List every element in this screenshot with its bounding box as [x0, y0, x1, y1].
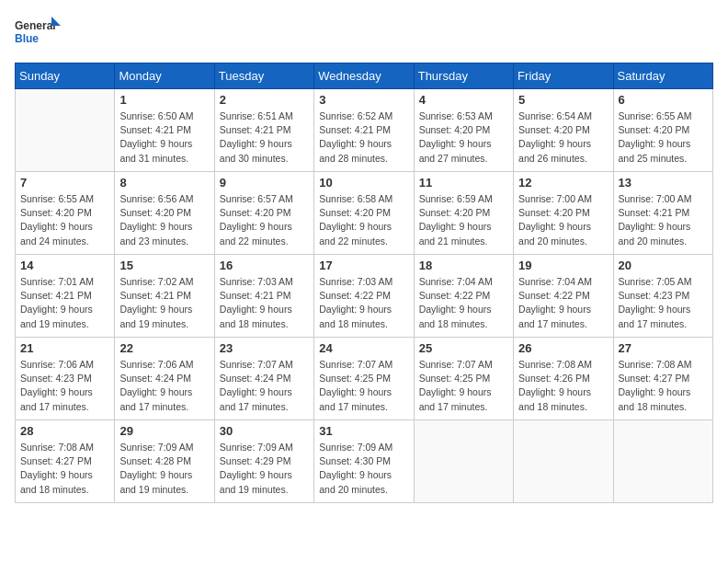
day-number: 6: [619, 93, 708, 107]
calendar-cell: 31Sunrise: 7:09 AMSunset: 4:30 PMDayligh…: [314, 420, 414, 503]
calendar-cell: 23Sunrise: 7:07 AMSunset: 4:24 PMDayligh…: [214, 338, 313, 420]
svg-marker-2: [51, 17, 61, 26]
calendar-cell: 5Sunrise: 6:54 AMSunset: 4:20 PMDaylight…: [514, 89, 613, 172]
day-number: 31: [319, 424, 408, 438]
day-number: 12: [518, 176, 608, 190]
day-info: Sunrise: 7:08 AMSunset: 4:27 PMDaylight:…: [619, 358, 708, 414]
calendar-cell: 2Sunrise: 6:51 AMSunset: 4:21 PMDaylight…: [214, 89, 313, 172]
day-number: 24: [319, 341, 408, 355]
weekday-header-row: SundayMondayTuesdayWednesdayThursdayFrid…: [16, 63, 713, 89]
day-info: Sunrise: 6:51 AMSunset: 4:21 PMDaylight:…: [220, 109, 309, 166]
day-number: 10: [319, 176, 408, 190]
day-number: 20: [619, 259, 708, 272]
calendar-cell: 4Sunrise: 6:53 AMSunset: 4:20 PMDaylight…: [414, 89, 513, 172]
calendar-cell: 6Sunrise: 6:55 AMSunset: 4:20 PMDaylight…: [613, 89, 712, 172]
day-info: Sunrise: 7:07 AMSunset: 4:24 PMDaylight:…: [220, 358, 309, 414]
day-number: 28: [20, 424, 109, 438]
day-number: 11: [419, 176, 508, 190]
day-number: 3: [319, 93, 408, 107]
day-info: Sunrise: 6:58 AMSunset: 4:20 PMDaylight:…: [319, 192, 408, 248]
day-number: 2: [220, 93, 309, 107]
day-info: Sunrise: 7:06 AMSunset: 4:23 PMDaylight:…: [20, 358, 109, 414]
calendar-cell: 25Sunrise: 7:07 AMSunset: 4:25 PMDayligh…: [414, 338, 513, 420]
calendar-cell: 9Sunrise: 6:57 AMSunset: 4:20 PMDaylight…: [214, 172, 313, 255]
day-number: 13: [619, 176, 708, 190]
calendar-cell: 28Sunrise: 7:08 AMSunset: 4:27 PMDayligh…: [16, 420, 115, 503]
day-number: 21: [20, 341, 109, 355]
day-number: 22: [119, 341, 209, 355]
day-info: Sunrise: 7:03 AMSunset: 4:22 PMDaylight:…: [319, 275, 408, 331]
day-info: Sunrise: 6:54 AMSunset: 4:20 PMDaylight:…: [518, 109, 608, 166]
day-info: Sunrise: 7:08 AMSunset: 4:27 PMDaylight:…: [20, 441, 109, 497]
calendar-cell: 21Sunrise: 7:06 AMSunset: 4:23 PMDayligh…: [16, 338, 115, 420]
day-info: Sunrise: 6:57 AMSunset: 4:20 PMDaylight:…: [220, 192, 309, 248]
calendar-cell: 16Sunrise: 7:03 AMSunset: 4:21 PMDayligh…: [214, 255, 313, 338]
calendar-cell: 18Sunrise: 7:04 AMSunset: 4:22 PMDayligh…: [414, 255, 513, 338]
day-number: 7: [20, 176, 109, 190]
calendar-cell: 1Sunrise: 6:50 AMSunset: 4:21 PMDaylight…: [115, 89, 214, 172]
day-info: Sunrise: 7:02 AMSunset: 4:21 PMDaylight:…: [119, 275, 209, 331]
calendar-cell: 11Sunrise: 6:59 AMSunset: 4:20 PMDayligh…: [414, 172, 513, 255]
week-row-3: 14Sunrise: 7:01 AMSunset: 4:21 PMDayligh…: [16, 255, 713, 338]
day-number: 4: [419, 93, 508, 107]
day-info: Sunrise: 7:09 AMSunset: 4:29 PMDaylight:…: [220, 441, 309, 497]
calendar-cell: 8Sunrise: 6:56 AMSunset: 4:20 PMDaylight…: [115, 172, 214, 255]
day-number: 16: [220, 259, 309, 272]
day-info: Sunrise: 6:56 AMSunset: 4:20 PMDaylight:…: [119, 192, 209, 248]
calendar-cell: 7Sunrise: 6:55 AMSunset: 4:20 PMDaylight…: [16, 172, 115, 255]
calendar-cell: [16, 89, 115, 172]
svg-text:General: General: [15, 19, 56, 32]
day-number: 15: [119, 259, 209, 272]
week-row-1: 1Sunrise: 6:50 AMSunset: 4:21 PMDaylight…: [16, 89, 713, 172]
calendar-cell: 14Sunrise: 7:01 AMSunset: 4:21 PMDayligh…: [16, 255, 115, 338]
weekday-header-saturday: Saturday: [613, 63, 712, 89]
day-info: Sunrise: 7:04 AMSunset: 4:22 PMDaylight:…: [518, 275, 608, 331]
weekday-header-friday: Friday: [514, 63, 613, 89]
day-number: 14: [20, 259, 109, 272]
calendar-cell: 26Sunrise: 7:08 AMSunset: 4:26 PMDayligh…: [514, 338, 613, 420]
day-number: 26: [518, 341, 608, 355]
day-info: Sunrise: 6:55 AMSunset: 4:20 PMDaylight:…: [619, 109, 708, 166]
day-info: Sunrise: 7:04 AMSunset: 4:22 PMDaylight:…: [419, 275, 508, 331]
calendar-cell: [613, 420, 712, 503]
day-number: 29: [119, 424, 209, 438]
day-info: Sunrise: 6:55 AMSunset: 4:20 PMDaylight:…: [20, 192, 109, 248]
weekday-header-wednesday: Wednesday: [314, 63, 414, 89]
weekday-header-tuesday: Tuesday: [214, 63, 313, 89]
day-number: 1: [119, 93, 209, 107]
calendar-cell: 22Sunrise: 7:06 AMSunset: 4:24 PMDayligh…: [115, 338, 214, 420]
weekday-header-thursday: Thursday: [414, 63, 513, 89]
calendar-cell: 3Sunrise: 6:52 AMSunset: 4:21 PMDaylight…: [314, 89, 414, 172]
day-info: Sunrise: 7:08 AMSunset: 4:26 PMDaylight:…: [518, 358, 608, 414]
day-number: 18: [419, 259, 508, 272]
day-info: Sunrise: 6:52 AMSunset: 4:21 PMDaylight:…: [319, 109, 408, 166]
day-number: 17: [319, 259, 408, 272]
day-info: Sunrise: 7:03 AMSunset: 4:21 PMDaylight:…: [220, 275, 309, 331]
calendar-cell: 15Sunrise: 7:02 AMSunset: 4:21 PMDayligh…: [115, 255, 214, 338]
day-info: Sunrise: 6:50 AMSunset: 4:21 PMDaylight:…: [119, 109, 209, 166]
calendar-cell: 30Sunrise: 7:09 AMSunset: 4:29 PMDayligh…: [214, 420, 313, 503]
calendar-cell: 29Sunrise: 7:09 AMSunset: 4:28 PMDayligh…: [115, 420, 214, 503]
day-info: Sunrise: 7:00 AMSunset: 4:21 PMDaylight:…: [619, 192, 708, 248]
svg-text:Blue: Blue: [15, 32, 39, 45]
day-number: 19: [518, 259, 608, 272]
calendar-cell: 17Sunrise: 7:03 AMSunset: 4:22 PMDayligh…: [314, 255, 414, 338]
week-row-2: 7Sunrise: 6:55 AMSunset: 4:20 PMDaylight…: [16, 172, 713, 255]
calendar-cell: 10Sunrise: 6:58 AMSunset: 4:20 PMDayligh…: [314, 172, 414, 255]
day-info: Sunrise: 7:05 AMSunset: 4:23 PMDaylight:…: [619, 275, 708, 331]
calendar-cell: [414, 420, 513, 503]
calendar-cell: 12Sunrise: 7:00 AMSunset: 4:20 PMDayligh…: [514, 172, 613, 255]
calendar-cell: [514, 420, 613, 503]
day-number: 23: [220, 341, 309, 355]
day-number: 30: [220, 424, 309, 438]
calendar-cell: 24Sunrise: 7:07 AMSunset: 4:25 PMDayligh…: [314, 338, 414, 420]
page-header: General Blue: [15, 15, 713, 52]
week-row-5: 28Sunrise: 7:08 AMSunset: 4:27 PMDayligh…: [16, 420, 713, 503]
day-info: Sunrise: 7:06 AMSunset: 4:24 PMDaylight:…: [119, 358, 209, 414]
day-info: Sunrise: 7:07 AMSunset: 4:25 PMDaylight:…: [319, 358, 408, 414]
calendar-cell: 27Sunrise: 7:08 AMSunset: 4:27 PMDayligh…: [613, 338, 712, 420]
day-number: 8: [119, 176, 209, 190]
weekday-header-monday: Monday: [115, 63, 214, 89]
day-info: Sunrise: 7:07 AMSunset: 4:25 PMDaylight:…: [419, 358, 508, 414]
logo: General Blue: [15, 15, 61, 52]
